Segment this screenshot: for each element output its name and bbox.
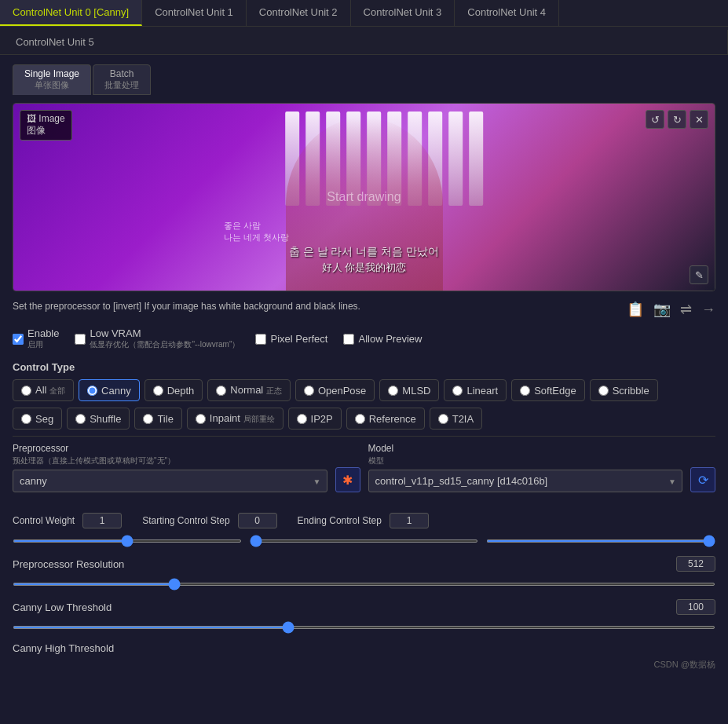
preprocessor-sublabel: 预处理器（直接上传模式图或草稿时可选"无"） xyxy=(13,455,327,466)
paste-icon[interactable]: 📋 xyxy=(627,301,644,318)
preprocessor-group: Preprocessor 预处理器（直接上传模式图或草稿时可选"无"） cann… xyxy=(13,443,327,492)
preprocessor-select[interactable]: canny xyxy=(13,470,327,492)
allow-preview-option[interactable]: Allow Preview xyxy=(343,333,422,345)
image-subtitle1: 좋은 사람나는 네게 첫사랑 xyxy=(224,220,289,243)
pixel-perfect-option[interactable]: Pixel Perfect xyxy=(255,333,327,345)
canny-high-label: Canny High Threshold xyxy=(13,642,123,654)
radio-inpaint[interactable]: Inpaint 局部重绘 xyxy=(187,408,284,430)
image-text-korean: 춥 은 날 라서 너를 처음 만났어 xyxy=(289,245,439,259)
undo-button[interactable]: ↺ xyxy=(646,110,664,129)
toolbar-row: Set the preprocessor to [invert] If your… xyxy=(13,299,715,320)
canny-high-row: Canny High Threshold xyxy=(13,642,715,654)
main-content: Single Image 单张图像 Batch 批量处理 🖼 Image图像 xyxy=(0,55,728,513)
tab-controlnet-3[interactable]: ControlNet Unit 3 xyxy=(351,0,455,26)
tab-controlnet-1[interactable]: ControlNet Unit 1 xyxy=(142,0,247,26)
control-type-grid: All 全部 Canny Depth Normal 正态 OpenPose ML… xyxy=(13,379,715,401)
weight-steps-row: Control Weight Starting Control Step End… xyxy=(13,513,715,528)
tab-bar: ControlNet Unit 0 [Canny] ControlNet Uni… xyxy=(0,0,728,27)
tab-controlnet-5[interactable]: ControlNet Unit 5 xyxy=(3,30,728,54)
radio-reference[interactable]: Reference xyxy=(346,408,425,430)
enable-option[interactable]: Enable 启用 xyxy=(13,327,59,350)
info-text: Set the preprocessor to [invert] If your… xyxy=(13,299,360,313)
image-controls: ↺ ↻ ✕ xyxy=(646,110,708,129)
allow-preview-checkbox[interactable] xyxy=(343,334,354,345)
end-step-label: Ending Control Step xyxy=(298,515,382,526)
radio-tile[interactable]: Tile xyxy=(134,408,181,430)
canny-low-label: Canny Low Threshold xyxy=(13,602,123,613)
control-type-label: Control Type xyxy=(13,361,715,373)
radio-depth[interactable]: Depth xyxy=(145,379,203,401)
radio-shuffle[interactable]: Shuffle xyxy=(67,408,130,430)
radio-all[interactable]: All 全部 xyxy=(13,379,74,401)
model-label: Model xyxy=(368,443,683,454)
redo-button[interactable]: ↻ xyxy=(668,110,686,129)
canny-low-slider[interactable] xyxy=(13,626,715,629)
resolution-input[interactable] xyxy=(676,556,715,572)
image-background: Start drawing 좋은 사람나는 네게 첫사랑 춥 은 날 라서 너를… xyxy=(13,104,715,291)
model-select[interactable]: control_v11p_sd15_canny [d14c016b] xyxy=(368,470,683,492)
toolbar-icons: 📋 📷 ⇌ → xyxy=(627,301,715,318)
subtab-single-image[interactable]: Single Image 单张图像 xyxy=(13,64,91,95)
close-button[interactable]: ✕ xyxy=(690,110,708,129)
low-vram-checkbox[interactable] xyxy=(75,334,86,345)
triple-slider-row xyxy=(13,533,715,545)
preprocessor-label: Preprocessor xyxy=(13,443,327,454)
image-text-chinese: 好人 你是我的初恋 xyxy=(322,261,407,275)
resolution-slider-container xyxy=(13,576,715,588)
end-step-input[interactable] xyxy=(390,513,429,528)
radio-softedge[interactable]: SoftEdge xyxy=(511,379,585,401)
radio-ip2p[interactable]: IP2P xyxy=(288,408,342,430)
sub-tabs: Single Image 单张图像 Batch 批量处理 xyxy=(13,64,715,95)
tab-controlnet-4[interactable]: ControlNet Unit 4 xyxy=(455,0,559,26)
model-select-wrapper: control_v11p_sd15_canny [d14c016b] xyxy=(368,470,683,492)
enable-checkbox[interactable] xyxy=(13,334,24,345)
tab-controlnet-0[interactable]: ControlNet Unit 0 [Canny] xyxy=(0,0,142,26)
radio-mlsd[interactable]: MLSD xyxy=(379,379,439,401)
low-vram-option[interactable]: Low VRAM 低显存优化（需配合启动参数"--lowvram"） xyxy=(75,327,240,350)
divider1 xyxy=(13,436,715,437)
canny-low-input[interactable] xyxy=(676,599,715,615)
end-step-slider[interactable] xyxy=(486,539,715,543)
model-group: Model 模型 control_v11p_sd15_canny [d14c01… xyxy=(368,443,683,492)
fire-button[interactable]: ✱ xyxy=(335,467,360,492)
subtab-batch[interactable]: Batch 批量处理 xyxy=(93,64,151,95)
resolution-label: Preprocessor Resolution xyxy=(13,558,124,570)
start-step-slider-group xyxy=(250,533,479,545)
start-step-input[interactable] xyxy=(238,513,277,528)
start-step-label: Starting Control Step xyxy=(142,515,229,526)
weight-label: Control Weight xyxy=(13,515,75,526)
model-sublabel: 模型 xyxy=(368,455,683,466)
tab-controlnet-2[interactable]: ControlNet Unit 2 xyxy=(247,0,351,26)
resolution-row: Preprocessor Resolution xyxy=(13,556,715,572)
radio-scribble[interactable]: Scribble xyxy=(590,379,658,401)
refresh-button[interactable]: ⟳ xyxy=(690,467,715,492)
swap-icon[interactable]: ⇌ xyxy=(680,301,692,318)
preprocessor-model-row: Preprocessor 预处理器（直接上传模式图或草稿时可选"无"） cann… xyxy=(13,443,715,492)
footer-text: CSDN @数据杨 xyxy=(654,660,715,669)
canny-low-slider-container xyxy=(13,620,715,631)
weight-slider[interactable] xyxy=(13,539,242,543)
control-type-grid-row2: Seg Shuffle Tile Inpaint 局部重绘 IP2P Refer… xyxy=(13,408,715,430)
preprocessor-select-wrapper: canny xyxy=(13,470,327,492)
footer: CSDN @数据杨 xyxy=(13,659,715,671)
radio-canny[interactable]: Canny xyxy=(79,379,140,401)
image-tag: 🖼 Image图像 xyxy=(20,110,72,141)
radio-seg[interactable]: Seg xyxy=(13,408,62,430)
pixel-perfect-checkbox[interactable] xyxy=(255,334,266,345)
weight-slider-group xyxy=(13,533,242,545)
draw-button[interactable]: ✎ xyxy=(690,265,708,284)
start-step-slider[interactable] xyxy=(250,539,479,543)
radio-lineart[interactable]: Lineart xyxy=(444,379,507,401)
resolution-slider[interactable] xyxy=(13,583,715,586)
bottom-section: Control Weight Starting Control Step End… xyxy=(0,513,728,718)
camera-icon[interactable]: 📷 xyxy=(653,301,671,318)
radio-openpose[interactable]: OpenPose xyxy=(295,379,375,401)
image-upload-area[interactable]: 🖼 Image图像 Start drawing 좋은 사람나는 네게 첫사랑 춥… xyxy=(13,103,715,291)
radio-normal[interactable]: Normal 正态 xyxy=(207,379,291,401)
weight-input[interactable] xyxy=(82,513,122,528)
canny-low-row: Canny Low Threshold xyxy=(13,599,715,615)
arrow-right-icon[interactable]: → xyxy=(701,302,715,318)
radio-t2ia[interactable]: T2IA xyxy=(430,408,482,430)
tab-bar-row2: ControlNet Unit 5 xyxy=(0,27,728,55)
end-step-slider-group xyxy=(486,533,715,545)
